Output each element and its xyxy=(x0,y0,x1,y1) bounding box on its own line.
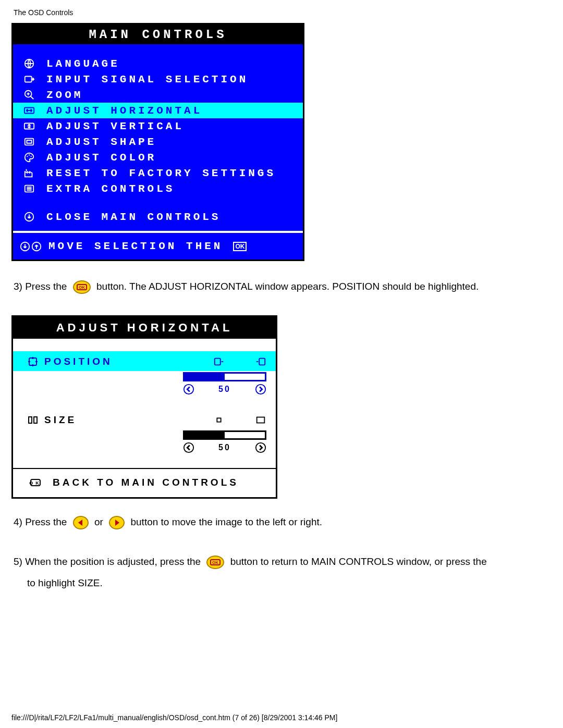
globe-icon xyxy=(19,58,39,69)
ok-box-icon xyxy=(28,476,43,489)
size-value: 50 xyxy=(218,443,231,452)
size-bar xyxy=(183,430,266,440)
size-small-glyph-icon xyxy=(212,414,226,426)
position-bar xyxy=(183,372,266,381)
osd-footer-hint: MOVE SELECTION THEN OK xyxy=(13,231,303,260)
left-button-icon xyxy=(73,516,89,529)
adjust-horizontal-title: Adjust Horizontal xyxy=(13,317,276,339)
position-label: POSITION xyxy=(44,356,212,367)
osd-main-title: MAIN CONTROLS xyxy=(13,24,303,44)
position-left-glyph-icon xyxy=(212,356,226,367)
shape-icon xyxy=(19,136,39,147)
menu-item-adjust horizontal[interactable]: ADJUST HORIZONTAL xyxy=(13,103,303,118)
h-arrows-icon xyxy=(19,105,39,116)
input-icon xyxy=(19,73,39,85)
instruction-step-5: 5) When the position is adjusted, press … xyxy=(14,551,549,595)
menu-item-adjust color[interactable]: ADJUST COLOR xyxy=(13,150,303,165)
size-label: SIZE xyxy=(44,414,212,426)
footer-hint-text: MOVE SELECTION THEN xyxy=(48,240,223,252)
size-increase-icon[interactable] xyxy=(255,442,266,453)
ok-indicator-icon: OK xyxy=(233,242,247,251)
menu-item-label: INPUT SIGNAL SELECTION xyxy=(46,73,248,85)
menu-item-label: EXTRA CONTROLS xyxy=(46,183,175,195)
svg-text:OK: OK xyxy=(212,560,218,565)
close-main-controls[interactable]: CLOSE MAIN CONTROLS xyxy=(13,209,303,225)
right-button-icon xyxy=(109,516,125,529)
position-icon xyxy=(26,355,44,368)
menu-item-language[interactable]: LANGUAGE xyxy=(13,56,303,71)
palette-icon xyxy=(19,152,39,163)
page-header: The OSD Controls xyxy=(14,8,552,17)
menu-item-reset to factory settings[interactable]: RESET TO FACTORY SETTINGS xyxy=(13,165,303,181)
position-indicator: 50 xyxy=(13,371,276,399)
size-indicator: 50 xyxy=(13,429,276,458)
ok-button-icon-2: OK xyxy=(206,556,224,569)
menu-item-zoom[interactable]: ZOOM xyxy=(13,87,303,103)
position-increase-icon[interactable] xyxy=(255,384,266,395)
zoom-icon xyxy=(19,89,39,101)
menu-item-adjust vertical[interactable]: ADJUST VERTICAL xyxy=(13,118,303,134)
position-right-glyph-icon xyxy=(254,356,267,367)
svg-text:OK: OK xyxy=(79,285,85,290)
position-row[interactable]: POSITION xyxy=(13,351,276,371)
menu-item-label: LANGUAGE xyxy=(46,58,120,70)
size-icon xyxy=(26,414,44,426)
v-arrows-icon xyxy=(19,120,39,132)
osd-main-panel: MAIN CONTROLS LANGUAGE INPUT SIGNAL SELE… xyxy=(11,23,304,261)
menu-item-label: ADJUST VERTICAL xyxy=(46,120,184,132)
instruction-step-4: 4) Press the or button to move the image… xyxy=(14,511,549,533)
close-icon xyxy=(19,211,39,223)
menu-item-extra controls[interactable]: EXTRA CONTROLS xyxy=(13,181,303,196)
size-large-glyph-icon xyxy=(254,414,267,426)
instruction-step-3: 3) Press the OK button. The ADJUST HORIZ… xyxy=(14,276,549,298)
arrow-up-icon xyxy=(31,241,42,252)
position-value: 50 xyxy=(218,385,231,394)
size-decrease-icon[interactable] xyxy=(183,442,194,453)
size-row[interactable]: SIZE xyxy=(13,410,276,429)
list-icon xyxy=(19,183,39,194)
menu-item-label: ADJUST COLOR xyxy=(46,152,156,164)
menu-item-input signal selection[interactable]: INPUT SIGNAL SELECTION xyxy=(13,71,303,87)
ok-button-icon: OK xyxy=(73,280,91,294)
menu-item-label: ZOOM xyxy=(46,89,83,101)
menu-item-label: ADJUST SHAPE xyxy=(46,136,156,148)
menu-item-label: ADJUST HORIZONTAL xyxy=(46,105,202,117)
back-to-main-row[interactable]: BACK TO MAIN CONTROLS xyxy=(13,469,276,497)
arrow-down-icon xyxy=(19,241,31,252)
factory-icon xyxy=(19,167,39,179)
menu-item-adjust shape[interactable]: ADJUST SHAPE xyxy=(13,134,303,150)
back-label: BACK TO MAIN CONTROLS xyxy=(53,477,239,488)
adjust-horizontal-panel: Adjust Horizontal POSITION 50 S xyxy=(11,315,277,499)
menu-item-label: RESET TO FACTORY SETTINGS xyxy=(46,167,276,179)
close-label: CLOSE MAIN CONTROLS xyxy=(46,211,221,223)
position-decrease-icon[interactable] xyxy=(183,384,194,395)
